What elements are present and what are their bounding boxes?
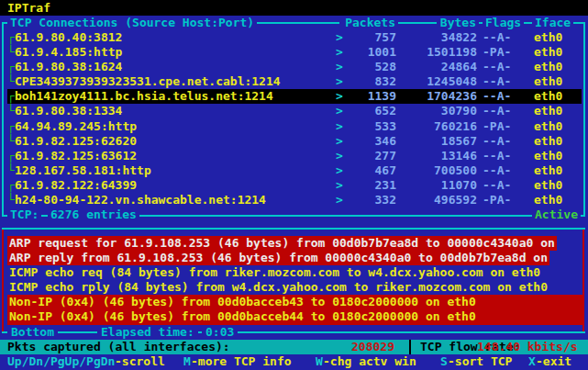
tree-bracket-icon: ┌ [7, 119, 15, 134]
table-row[interactable]: └h24-80-94-122.vn.shawcable.net:1214>332… [7, 193, 583, 207]
table-row[interactable]: ┌61.9.82.125:63612>27713146--A-eth0 [7, 149, 583, 163]
table-row[interactable]: ┌61.9.82.122:64399>23111070--A-eth0 [7, 178, 583, 193]
flags-value: --A- [483, 163, 511, 178]
table-row[interactable]: └CPE3439373939323531.cpe.net.cabl:1214>8… [7, 74, 583, 89]
packets-value: 1139 [343, 89, 396, 104]
column-header-bytes: Bytes [437, 16, 479, 30]
elapsed-time-value: 0:03 [202, 325, 238, 340]
packets-value: 652 [343, 104, 396, 118]
lower-panel-footer: Bottom Elapsed time: 0:03 [0, 325, 588, 340]
tree-bracket-icon: └ [7, 163, 15, 178]
iface-value: eth0 [534, 193, 562, 207]
flags-value: --A- [483, 30, 511, 45]
key-exit: X [528, 354, 536, 369]
direction-arrow-icon: > [336, 193, 343, 207]
tcp-flow-rate-value: 148.40 kbits/s [477, 340, 578, 354]
direction-arrow-icon: > [336, 74, 343, 89]
iface-value: eth0 [534, 163, 562, 178]
key-help-bar: Up/Dn/PgUp/PgDn -scroll M -more TCP info… [0, 354, 588, 370]
column-header-packets: Packets [339, 16, 398, 30]
key-sort: S [440, 354, 448, 369]
table-row[interactable]: └61.9.82.125:62620>34618567--A-eth0 [7, 134, 583, 149]
tree-bracket-icon: ┌ [7, 30, 15, 45]
bytes-value: 11070 [396, 178, 477, 193]
connection-host: boh141zoy4111.bc.hsia.telus.net:1214 [15, 89, 273, 104]
packets-value: 533 [343, 119, 396, 134]
table-row[interactable]: ┌64.94.89.245:http>533760216-PA-eth0 [7, 119, 583, 134]
table-row[interactable]: └61.9.80.38:1334>65230790--A-eth0 [7, 104, 583, 118]
column-header-flags: Flags [483, 16, 524, 30]
arp-message: ARP request for 61.9.108.253 (46 bytes) … [7, 236, 557, 251]
key-more-info-desc: -more TCP info [191, 354, 292, 369]
direction-arrow-icon: > [336, 178, 343, 193]
pkts-captured-label: Pkts captured (all interfaces): [7, 340, 230, 354]
bytes-value: 1245048 [396, 74, 477, 89]
iface-value: eth0 [534, 134, 562, 149]
packets-value: 332 [343, 193, 396, 207]
connection-host: CPE3439373939323531.cpe.net.cabl:1214 [15, 74, 281, 89]
flags-value: --A- [483, 89, 511, 104]
packets-value: 1001 [343, 45, 396, 60]
bytes-value: 13146 [396, 149, 477, 163]
table-row-selected[interactable]: ┌boh141zoy4111.bc.hsia.telus.net:1214>11… [7, 89, 582, 104]
elapsed-time-label: Elapsed time: [97, 325, 198, 340]
flags-value: --A- [483, 178, 511, 193]
nonip-message: Non-IP (0x4) (46 bytes) from 00d0bacceb4… [7, 309, 583, 324]
tree-bracket-icon: ┌ [7, 178, 15, 193]
direction-arrow-icon: > [336, 119, 343, 134]
nonip-message: Non-IP (0x4) (46 bytes) from 00d0bacceb4… [7, 295, 583, 309]
bytes-value: 18567 [396, 134, 477, 149]
stats-divider [409, 340, 411, 354]
title-bar: IPTraf [0, 0, 588, 16]
table-row[interactable]: ┌61.9.80.38:1624>52824864--A-eth0 [7, 60, 583, 74]
iface-value: eth0 [534, 119, 562, 134]
tree-bracket-icon: └ [7, 104, 15, 118]
tcp-panel-header: TCP Connections (Source Host:Port) Packe… [0, 16, 588, 30]
table-row[interactable]: ┌61.9.80.40:3812>75734822--A-eth0 [7, 30, 583, 45]
flags-value: -PA- [483, 45, 511, 60]
bytes-value: 1704236 [396, 89, 477, 104]
table-row[interactable]: └128.167.58.181:http>467700500--A-eth0 [7, 163, 583, 178]
lower-panel-top-border [2, 228, 585, 230]
flags-value: --A- [483, 74, 511, 89]
flags-value: --A- [483, 134, 511, 149]
tree-bracket-icon: ┌ [7, 89, 15, 104]
direction-arrow-icon: > [336, 163, 343, 178]
icmp-message: ICMP echo rply (84 bytes) from w4.dcx.ya… [7, 280, 549, 295]
table-row[interactable]: └61.9.4.185:http>10011501198-PA-eth0 [7, 45, 583, 60]
tcp-entries-label: TCP: [7, 207, 41, 222]
bytes-value: 30790 [396, 104, 477, 118]
key-change-window: W [316, 354, 323, 369]
pkts-captured-value: 208029 [347, 340, 394, 354]
connection-host: h24-80-94-122.vn.shawcable.net:1214 [15, 193, 266, 207]
flags-value: -PA- [483, 193, 511, 207]
icmp-message: ICMP echo req (84 bytes) from riker.mozc… [7, 265, 542, 280]
direction-arrow-icon: > [336, 134, 343, 149]
list-item: Non-IP (0x4) (46 bytes) from 00d0bacceb4… [7, 295, 585, 309]
iptraf-screen: IPTraf TCP Connections (Source Host:Port… [0, 0, 588, 370]
tree-bracket-icon: └ [7, 134, 15, 149]
direction-arrow-icon: > [336, 89, 343, 104]
bytes-value: 760216 [396, 119, 477, 134]
key-scroll: Up/Dn/PgUp/PgDn [7, 354, 115, 369]
bytes-value: 496592 [396, 193, 477, 207]
connection-host: 128.167.58.181:http [15, 163, 151, 178]
tcp-entries-count: 6276 entries [48, 207, 139, 222]
connection-host: 61.9.80.40:3812 [15, 30, 122, 45]
tcp-header-title: TCP Connections (Source Host:Port) [7, 16, 257, 30]
packets-value: 467 [343, 163, 396, 178]
non-tcp-message-list: ARP request for 61.9.108.253 (46 bytes) … [7, 236, 585, 325]
key-sort-desc: -sort TCP [448, 354, 512, 369]
connection-host: 61.9.4.185:http [15, 45, 122, 60]
key-scroll-desc: -scroll [115, 354, 165, 369]
iface-value: eth0 [534, 178, 562, 193]
key-more-info: M [183, 354, 191, 369]
list-item: ARP reply from 61.9.108.253 (46 bytes) f… [7, 251, 585, 265]
packets-value: 757 [343, 30, 396, 45]
packets-value: 528 [343, 60, 396, 74]
direction-arrow-icon: > [336, 104, 343, 118]
tree-bracket-icon: └ [7, 193, 15, 207]
packets-value: 346 [343, 134, 396, 149]
connection-host: 61.9.82.125:63612 [15, 149, 137, 163]
direction-arrow-icon: > [336, 60, 343, 74]
